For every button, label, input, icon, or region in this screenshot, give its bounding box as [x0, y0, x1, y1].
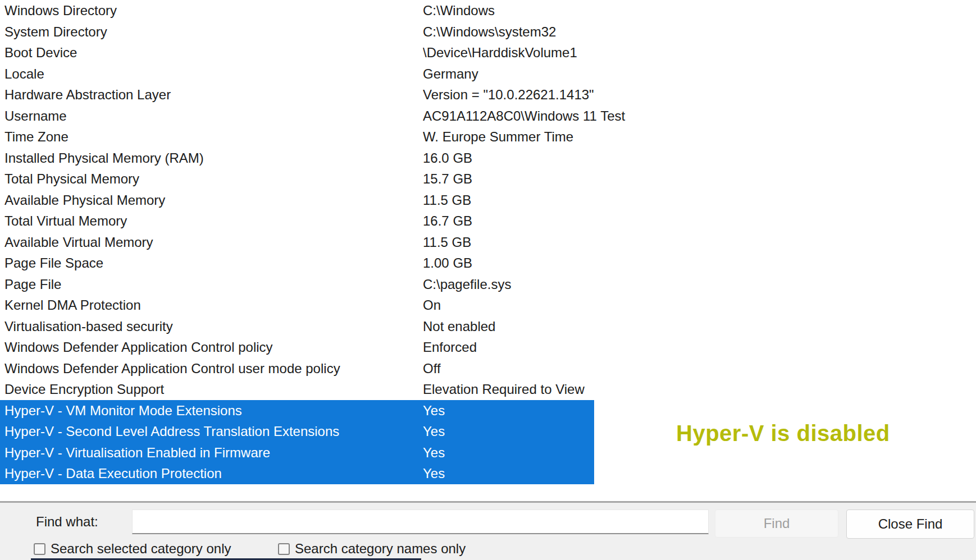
row-label: Available Virtual Memory: [0, 232, 423, 253]
row-value: Enforced: [423, 337, 976, 358]
row-value: Off: [423, 358, 976, 379]
table-row[interactable]: Installed Physical Memory (RAM) 16.0 GB: [0, 148, 976, 169]
row-value: Yes: [423, 463, 594, 484]
table-row[interactable]: Username AC91A112A8C0\Windows 11 Test: [0, 105, 976, 127]
search-selected-category-checkbox-group[interactable]: Search selected category only: [34, 542, 231, 556]
row-label: Windows Defender Application Control pol…: [0, 337, 423, 358]
hyperv-disabled-annotation: Hyper-V is disabled: [676, 421, 890, 446]
table-row[interactable]: Windows Defender Application Control use…: [0, 358, 976, 379]
table-row[interactable]: Device Encryption Support Elevation Requ…: [0, 379, 976, 400]
search-category-names-label: Search category names only: [295, 541, 466, 557]
row-label: Hyper-V - Second Level Address Translati…: [0, 421, 423, 442]
row-label: Hyper-V - Virtualisation Enabled in Firm…: [0, 442, 423, 463]
row-label: Windows Defender Application Control use…: [0, 358, 423, 379]
row-value: 1.00 GB: [423, 253, 976, 274]
row-value: 11.5 GB: [423, 232, 976, 253]
row-value: On: [423, 295, 976, 316]
table-row[interactable]: System Directory C:\Windows\system32: [0, 21, 976, 43]
table-row[interactable]: Available Virtual Memory 11.5 GB: [0, 232, 976, 253]
table-row[interactable]: Windows Defender Application Control pol…: [0, 337, 976, 358]
row-value: 16.7 GB: [423, 210, 976, 232]
table-row[interactable]: Boot Device \Device\HarddiskVolume1: [0, 42, 976, 63]
row-label: Locale: [0, 63, 423, 85]
table-row[interactable]: Hyper-V - Second Level Address Translati…: [0, 421, 594, 442]
table-row[interactable]: Total Physical Memory 15.7 GB: [0, 168, 976, 190]
row-value: 15.7 GB: [423, 168, 976, 190]
system-summary-table: Windows Directory C:\Windows System Dire…: [0, 0, 976, 484]
row-value: \Device\HarddiskVolume1: [423, 42, 976, 63]
table-row[interactable]: Kernel DMA Protection On: [0, 295, 976, 316]
row-value: 11.5 GB: [423, 190, 976, 211]
row-value: C:\Windows\system32: [423, 21, 976, 43]
table-row[interactable]: Available Physical Memory 11.5 GB: [0, 190, 976, 211]
find-input[interactable]: [132, 509, 709, 534]
row-label: Available Physical Memory: [0, 190, 423, 211]
row-label: Username: [0, 105, 423, 127]
row-value: Yes: [423, 400, 594, 421]
row-value: Yes: [423, 442, 594, 463]
msinfo32-system-summary-pane: Windows Directory C:\Windows System Dire…: [0, 0, 976, 560]
search-category-names-checkbox[interactable]: [278, 543, 290, 555]
table-row[interactable]: Page File C:\pagefile.sys: [0, 274, 976, 295]
table-row[interactable]: Hyper-V - VM Monitor Mode Extensions Yes: [0, 400, 594, 421]
table-row[interactable]: Page File Space 1.00 GB: [0, 253, 976, 274]
find-bar: Find what: Find Close Find Search select…: [0, 501, 976, 560]
row-value: 16.0 GB: [423, 148, 976, 169]
row-value: Germany: [423, 63, 976, 85]
table-row[interactable]: Hyper-V - Virtualisation Enabled in Firm…: [0, 442, 594, 463]
close-find-button[interactable]: Close Find: [846, 509, 974, 539]
table-row[interactable]: Locale Germany: [0, 63, 976, 85]
table-row[interactable]: Hardware Abstraction Layer Version = "10…: [0, 84, 976, 105]
row-label: System Directory: [0, 21, 423, 43]
row-label: Device Encryption Support: [0, 379, 423, 400]
search-selected-category-label: Search selected category only: [51, 541, 231, 557]
row-label: Installed Physical Memory (RAM): [0, 148, 423, 169]
search-selected-category-checkbox[interactable]: [34, 543, 45, 555]
row-value: W. Europe Summer Time: [423, 126, 976, 148]
table-row[interactable]: Total Virtual Memory 16.7 GB: [0, 210, 976, 232]
find-what-label: Find what:: [36, 509, 98, 534]
row-value: Yes: [423, 421, 594, 442]
search-category-names-checkbox-group[interactable]: Search category names only: [278, 542, 466, 556]
row-label: Hyper-V - VM Monitor Mode Extensions: [0, 400, 423, 421]
row-label: Page File: [0, 274, 423, 295]
row-label: Kernel DMA Protection: [0, 295, 423, 316]
row-value: C:\Windows: [423, 0, 976, 21]
row-label: Hyper-V - Data Execution Protection: [0, 463, 423, 484]
row-label: Boot Device: [0, 42, 423, 63]
table-row[interactable]: Windows Directory C:\Windows: [0, 0, 976, 21]
row-value: Elevation Required to View: [423, 379, 976, 400]
row-label: Virtualisation-based security: [0, 316, 423, 337]
row-value: AC91A112A8C0\Windows 11 Test: [423, 105, 976, 127]
row-label: Total Physical Memory: [0, 168, 423, 190]
row-value: C:\pagefile.sys: [423, 274, 976, 295]
row-label: Hardware Abstraction Layer: [0, 84, 423, 105]
row-label: Total Virtual Memory: [0, 210, 423, 232]
table-row[interactable]: Time Zone W. Europe Summer Time: [0, 126, 976, 148]
find-button[interactable]: Find: [715, 509, 838, 538]
row-label: Time Zone: [0, 126, 423, 148]
row-value: Not enabled: [423, 316, 976, 337]
row-label: Windows Directory: [0, 0, 423, 21]
row-value: Version = "10.0.22621.1413": [423, 84, 976, 105]
row-label: Page File Space: [0, 253, 423, 274]
table-row[interactable]: Virtualisation-based security Not enable…: [0, 316, 976, 337]
table-row[interactable]: Hyper-V - Data Execution Protection Yes: [0, 463, 594, 484]
